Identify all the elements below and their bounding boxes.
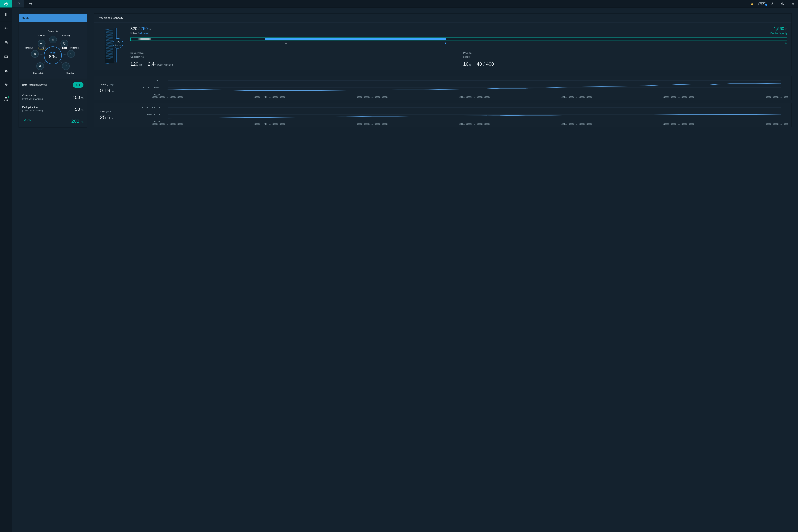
percent-sign: %	[54, 56, 57, 59]
svg-text:04:00: 04:00	[253, 96, 286, 98]
svg-text:50: 50	[146, 114, 160, 116]
node-capacity[interactable]	[38, 40, 45, 47]
settings-button[interactable]	[767, 0, 778, 7]
server-icon	[4, 13, 8, 17]
svg-point-0	[5, 3, 6, 4]
profile-button[interactable]	[788, 0, 798, 7]
node-mapping[interactable]	[60, 40, 68, 47]
sidebar-item-systems[interactable]	[0, 8, 12, 22]
svg-rect-48	[52, 39, 54, 41]
svg-point-18	[772, 3, 773, 4]
provisioned-panel: Provisioned Capacity 10 Systems	[94, 14, 792, 70]
grid-icon	[28, 2, 32, 5]
alerts-button[interactable]	[747, 0, 757, 7]
systems-label: Systems	[115, 44, 121, 46]
svg-line-12	[6, 4, 7, 4]
tab-dashboard[interactable]	[24, 0, 36, 7]
physical-label1: Physical	[463, 52, 472, 54]
help-button[interactable]	[778, 0, 788, 7]
systems-visual: 10 Systems	[94, 22, 126, 70]
node-migration[interactable]	[62, 62, 70, 70]
brand-logo[interactable]	[0, 0, 12, 7]
health-center[interactable]: Health 89%	[44, 46, 62, 64]
iops-chart: 05010000:0004:0008:0012:0016:0020:0000:0…	[128, 106, 788, 125]
physical-pct: 10	[463, 61, 469, 66]
host-icon	[63, 42, 66, 45]
allocated-value: 750	[141, 26, 148, 31]
health-panel: Health	[19, 14, 87, 128]
latency-panel: Latency (avg) 0.19ms 00.5100:0004:0008:0…	[94, 76, 792, 100]
svg-point-49	[53, 39, 54, 40]
svg-point-58	[65, 65, 67, 67]
tab-home[interactable]	[12, 0, 24, 7]
sidebar-item-storage[interactable]	[0, 36, 12, 50]
latency-qualifier: (avg)	[109, 83, 114, 86]
svg-text:04:00: 04:00	[253, 123, 286, 125]
sidebar-item-migration[interactable]	[0, 64, 12, 78]
compression-label: Compression	[22, 94, 43, 97]
label-capacity: Capacity	[37, 34, 45, 37]
svg-point-30	[5, 41, 7, 42]
total-unit: TB	[81, 121, 83, 123]
svg-text:12:00: 12:00	[458, 123, 491, 125]
sparkle-icon	[34, 53, 36, 55]
svg-line-23	[783, 3, 784, 3]
effective-value: 1,560	[774, 26, 784, 31]
status-ok-icon	[7, 96, 9, 98]
node-hardware[interactable]	[31, 50, 39, 58]
node-snapshots[interactable]	[49, 36, 57, 43]
sidebar-item-hosts[interactable]	[0, 50, 12, 64]
svg-point-35	[6, 84, 7, 84]
perf-panels: Latency (avg) 0.19ms 00.5100:0004:0008:0…	[94, 76, 792, 128]
latency-value: 0.19	[100, 87, 110, 93]
info-icon[interactable]: i	[141, 56, 144, 58]
compression-value: 150	[73, 95, 80, 100]
svg-text:16:00: 16:00	[560, 96, 593, 98]
swap-icon	[38, 64, 42, 68]
svg-text:00:00: 00:00	[765, 96, 788, 98]
physical-used: 40	[477, 61, 482, 66]
disk-icon	[4, 41, 8, 45]
iops-unit: m	[111, 117, 113, 120]
svg-point-3	[4, 3, 5, 3]
capacity-bar-icon	[40, 42, 43, 44]
dedup-label: Deduplication	[22, 106, 43, 109]
svg-text:00:00: 00:00	[765, 123, 788, 125]
info-icon[interactable]: i	[49, 84, 51, 87]
camera-icon	[51, 38, 55, 41]
systems-badge[interactable]: 10 Systems	[113, 38, 123, 49]
health-title: Health	[19, 14, 87, 22]
sidebar-item-users[interactable]	[0, 78, 12, 92]
label-mirroring: Mirroring	[70, 46, 78, 49]
whats-new-button[interactable]: NEW	[757, 0, 767, 7]
gear-icon	[771, 2, 774, 5]
sidebar-item-performance[interactable]	[0, 22, 12, 36]
physical-cell: Physicalusage 10% 40 / 400	[459, 48, 792, 70]
total-value: 200	[71, 118, 79, 124]
label-mapping: Mapping	[62, 34, 70, 37]
node-mirroring[interactable]	[67, 50, 75, 58]
svg-line-22	[783, 4, 784, 5]
capacity-summary: 320 / 750TB Written/Allocated 1,560TB Ef…	[126, 22, 792, 48]
capacity-delta-badge: -11%	[38, 46, 45, 50]
sidebar-item-topology[interactable]	[0, 92, 12, 106]
node-connectivity[interactable]	[36, 62, 44, 70]
svg-point-5	[4, 4, 5, 5]
svg-line-24	[782, 4, 782, 5]
svg-text:0: 0	[153, 94, 160, 96]
drop-outline-icon	[285, 42, 287, 44]
latency-label: Latency	[100, 83, 108, 86]
svg-line-11	[5, 4, 5, 4]
svg-text:20:00: 20:00	[663, 123, 695, 125]
health-score: 89	[49, 54, 54, 59]
mapping-tip-badge[interactable]: Tip	[62, 46, 67, 49]
svg-point-56	[71, 54, 72, 55]
new-badge: NEW	[758, 2, 766, 5]
effective-unit: TB	[784, 28, 787, 31]
mirror-icon	[70, 52, 73, 56]
dedup-value: 50	[75, 107, 80, 112]
svg-point-55	[70, 53, 71, 54]
svg-rect-37	[5, 97, 7, 98]
physical-total: 400	[486, 61, 494, 66]
svg-point-40	[7, 100, 7, 100]
